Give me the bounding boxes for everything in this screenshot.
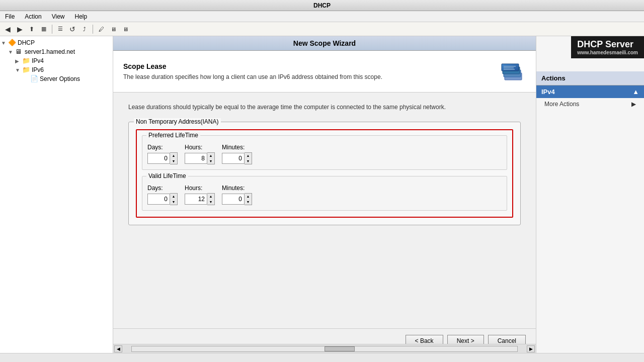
scrollbar-thumb[interactable] — [325, 346, 355, 351]
ipv6-folder-icon: 📁 — [22, 66, 30, 74]
status-bar — [0, 353, 644, 362]
preferred-days-up[interactable]: ▲ — [170, 153, 177, 158]
menu-file[interactable]: File — [2, 12, 18, 21]
valid-minutes-group: Minutes: ▲ ▼ — [222, 185, 252, 205]
show-hide-button[interactable]: ▦ — [38, 24, 49, 35]
valid-minutes-input[interactable] — [222, 194, 245, 205]
preferred-hours-group: Hours: ▲ ▼ — [185, 144, 215, 164]
up-button[interactable]: ⬆ — [26, 24, 37, 35]
wizard-header-desc: The lease duration specifies how long a … — [123, 73, 495, 80]
scroll-left-button[interactable]: ◀ — [114, 345, 122, 352]
preferred-minutes-down[interactable]: ▼ — [245, 158, 252, 164]
right-panel-ipv4[interactable]: IPv4 ▲ — [536, 85, 644, 98]
wizard-title: New Scope Wizard — [113, 36, 536, 51]
wizard-header-icon — [501, 59, 526, 84]
preferred-minutes-up[interactable]: ▲ — [245, 153, 252, 158]
valid-hours-group: Hours: ▲ ▼ — [185, 185, 215, 205]
tree-label-server1: server1.hamed.net — [25, 48, 75, 55]
valid-days-label: Days: — [147, 185, 178, 192]
menu-action[interactable]: Action — [22, 12, 44, 21]
watermark-url: www.hamedesmaeili.com — [577, 50, 638, 55]
preferred-days-input[interactable] — [147, 153, 170, 164]
tree-item-server1[interactable]: ▼ 🖥 server1.hamed.net — [0, 47, 113, 56]
preferred-hours-spinner[interactable]: ▲ ▼ — [185, 152, 215, 164]
tree-panel: ▼ 🔶 DHCP ▼ 🖥 server1.hamed.net ▶ 📁 IPv4 … — [0, 36, 113, 353]
valid-hours-buttons: ▲ ▼ — [207, 193, 215, 205]
menu-bar: File Action View Help — [0, 11, 644, 22]
tree-expand-ipv4: ▶ — [15, 58, 22, 64]
preferred-hours-down[interactable]: ▼ — [207, 158, 214, 164]
preferred-minutes-label: Minutes: — [222, 144, 252, 151]
menu-help[interactable]: Help — [72, 12, 91, 21]
toolbar: ◀ ▶ ⬆ ▦ ☰ ↺ ⤴ 🖊 🖥 🖥 — [0, 22, 644, 36]
preferred-minutes-group: Minutes: ▲ ▼ — [222, 144, 252, 164]
lifetime-group: Preferred LifeTime Days: ▲ ▼ — [136, 129, 513, 218]
svg-rect-3 — [502, 64, 519, 71]
preferred-days-label: Days: — [147, 144, 178, 151]
new-scope-button[interactable]: 🖊 — [96, 24, 107, 35]
preferred-minutes-input[interactable] — [222, 153, 245, 164]
tree-label-ipv4: IPv4 — [32, 57, 44, 64]
tree-item-ipv4[interactable]: ▶ 📁 IPv4 — [0, 56, 113, 65]
wizard-description: Lease durations should typically be equa… — [128, 103, 521, 112]
preferred-hours-buttons: ▲ ▼ — [207, 152, 215, 164]
valid-hours-input[interactable] — [185, 194, 207, 205]
valid-hours-down[interactable]: ▼ — [207, 199, 214, 205]
valid-minutes-up[interactable]: ▲ — [245, 194, 252, 199]
preferred-hours-up[interactable]: ▲ — [207, 153, 214, 158]
valid-days-spinner[interactable]: ▲ ▼ — [147, 193, 178, 205]
main-layout: ▼ 🔶 DHCP ▼ 🖥 server1.hamed.net ▶ 📁 IPv4 … — [0, 36, 644, 353]
preferred-lifetime-title: Preferred LifeTime — [146, 132, 200, 139]
preferred-days-down[interactable]: ▼ — [170, 158, 177, 164]
title-bar: DHCP — [0, 0, 644, 11]
valid-days-input[interactable] — [147, 194, 170, 205]
tree-expand-server-options — [23, 76, 30, 82]
wizard-header-title: Scope Lease — [123, 62, 495, 70]
wizard-title-label: New Scope Wizard — [293, 39, 356, 47]
menu-view[interactable]: View — [49, 12, 68, 21]
valid-days-group: Days: ▲ ▼ — [147, 185, 178, 205]
valid-days-up[interactable]: ▲ — [170, 194, 177, 199]
valid-minutes-spinner[interactable]: ▲ ▼ — [222, 193, 252, 205]
dhcp-icon: 🔶 — [8, 39, 16, 47]
valid-hours-up[interactable]: ▲ — [207, 194, 214, 199]
tree-item-server-options[interactable]: 📄 Server Options — [0, 74, 113, 83]
preferred-minutes-spinner[interactable]: ▲ ▼ — [222, 152, 252, 164]
tree-item-dhcp[interactable]: ▼ 🔶 DHCP — [0, 38, 113, 47]
scrollbar-track[interactable] — [131, 346, 518, 352]
non-temp-group: Non Temporary Address(IANA) Preferred Li… — [128, 122, 521, 225]
preferred-days-spinner[interactable]: ▲ ▼ — [147, 152, 178, 164]
preferred-days-buttons: ▲ ▼ — [170, 152, 178, 164]
valid-lifetime-title: Valid LifeTime — [146, 172, 188, 179]
back-button[interactable]: ◀ — [2, 24, 13, 35]
tree-expand-dhcp: ▼ — [1, 40, 8, 46]
valid-lifetime-section: Valid LifeTime Days: ▲ ▼ — [142, 176, 507, 211]
refresh-button[interactable]: ↺ — [67, 24, 78, 35]
right-panel-ipv4-arrow: ▲ — [632, 88, 639, 96]
computer-button[interactable]: 🖥 — [108, 24, 119, 35]
tree-item-ipv6[interactable]: ▼ 📁 IPv6 — [0, 65, 113, 74]
tree-label-ipv6: IPv6 — [32, 66, 44, 73]
right-panel-more-actions[interactable]: More Actions ▶ — [536, 98, 644, 110]
valid-hours-spinner[interactable]: ▲ ▼ — [185, 193, 215, 205]
preferred-minutes-buttons: ▲ ▼ — [245, 152, 252, 164]
export-button[interactable]: ⤴ — [79, 24, 90, 35]
tree-label-server-options: Server Options — [40, 75, 80, 82]
valid-days-buttons: ▲ ▼ — [170, 193, 178, 205]
computer2-button[interactable]: 🖥 — [120, 24, 131, 35]
forward-button[interactable]: ▶ — [14, 24, 25, 35]
scroll-right-button[interactable]: ▶ — [527, 345, 535, 352]
right-panel-content: Actions IPv4 ▲ More Actions ▶ — [536, 71, 644, 110]
wizard-header: Scope Lease The lease duration specifies… — [113, 51, 536, 93]
preferred-hours-input[interactable] — [185, 153, 207, 164]
valid-minutes-down[interactable]: ▼ — [245, 199, 252, 205]
tree-expand-ipv6: ▼ — [15, 67, 22, 73]
valid-days-down[interactable]: ▼ — [170, 199, 177, 205]
preferred-lifetime-section: Preferred LifeTime Days: ▲ ▼ — [142, 135, 507, 170]
properties-button[interactable]: ☰ — [55, 24, 66, 35]
preferred-hours-label: Hours: — [185, 144, 215, 151]
toolbar-separator-1 — [52, 25, 52, 34]
server-icon: 🖥 — [15, 48, 23, 56]
right-panel-ipv4-label: IPv4 — [541, 88, 555, 96]
tree-expand-server1: ▼ — [8, 49, 15, 55]
